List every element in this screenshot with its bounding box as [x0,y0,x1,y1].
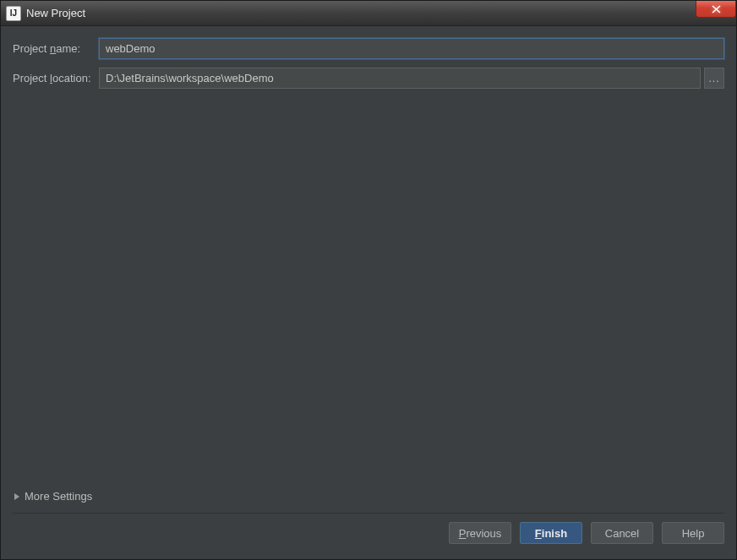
new-project-dialog: IJ New Project Project name: Project loc… [0,0,737,560]
project-location-label: Project location: [13,72,99,84]
previous-button[interactable]: Previous [449,522,511,544]
project-name-label: Project name: [13,42,99,55]
finish-button[interactable]: Finish [520,522,582,544]
chevron-right-icon [14,493,19,500]
project-location-row: Project location: ... [13,68,724,89]
close-button[interactable] [696,1,736,18]
project-name-input[interactable] [99,38,724,59]
titlebar: IJ New Project [1,1,736,26]
window-title: New Project [26,7,85,19]
help-button[interactable]: Help [662,522,724,544]
browse-location-button[interactable]: ... [704,68,724,89]
button-row: Previous Finish Cancel Help [13,522,724,551]
more-settings-label: More Settings [25,490,92,503]
app-icon: IJ [6,6,21,21]
dialog-content: Project name: Project location: ... More… [1,26,736,559]
divider [13,513,724,514]
ellipsis-icon: ... [708,73,719,84]
cancel-button[interactable]: Cancel [591,522,653,544]
project-location-input[interactable] [99,68,701,89]
content-spacer [13,97,724,485]
more-settings-toggle[interactable]: More Settings [13,485,724,513]
project-name-row: Project name: [13,38,724,59]
close-icon [712,5,721,14]
